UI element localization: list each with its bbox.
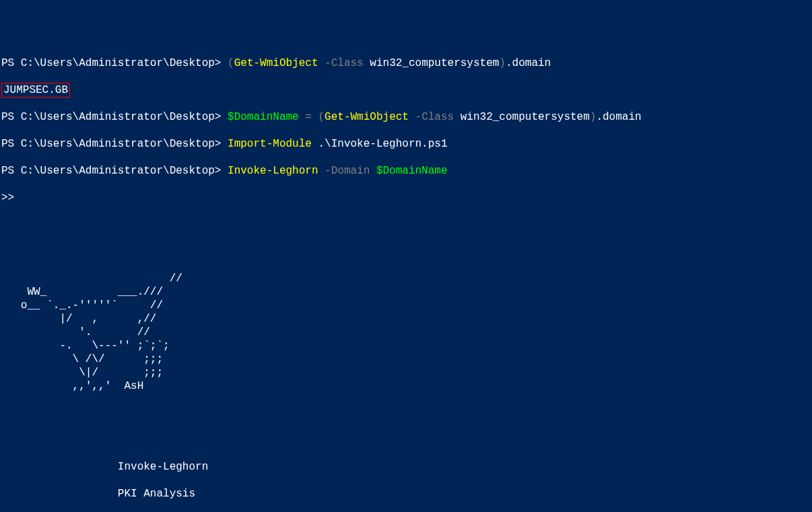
terminal-line-3: PS C:\Users\Administrator\Desktop> Impor… xyxy=(1,137,811,151)
terminal-line-2: PS C:\Users\Administrator\Desktop> $Doma… xyxy=(1,110,811,124)
tool-title-1: Invoke-Leghorn xyxy=(1,460,811,474)
terminal-line-1: PS C:\Users\Administrator\Desktop> (Get-… xyxy=(1,57,811,70)
terminal-output-domain: JUMPSEC.GB xyxy=(1,83,811,97)
blank-line-2 xyxy=(1,245,811,258)
terminal-continuation: >> xyxy=(1,191,811,205)
tool-title-2: PKI Analysis xyxy=(1,487,811,501)
ascii-art: // WW_ ___./// o__ `._.-'''''` // |/ , ,… xyxy=(1,272,811,393)
blank-line-1 xyxy=(1,218,811,231)
terminal-line-4: PS C:\Users\Administrator\Desktop> Invok… xyxy=(1,164,811,178)
blank-line-3 xyxy=(1,406,811,420)
blank-line-4 xyxy=(1,433,811,447)
highlighted-domain: JUMPSEC.GB xyxy=(1,83,70,98)
